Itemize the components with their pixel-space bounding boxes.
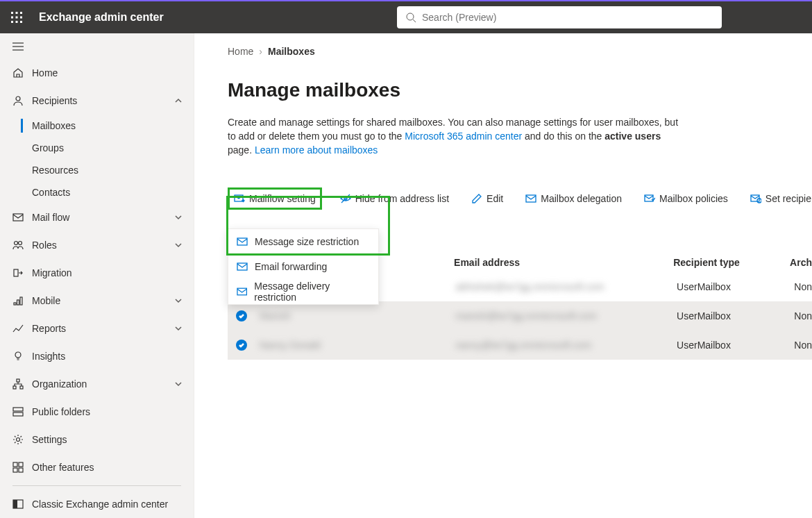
edit-button[interactable]: Edit <box>467 187 507 210</box>
cell-type: UserMailbox <box>677 310 794 321</box>
mailflow-setting-button[interactable]: Mailflow setting <box>228 187 322 210</box>
nav-resources[interactable]: Resources <box>0 159 194 181</box>
hide-from-address-list-button[interactable]: Hide from address list <box>336 187 453 210</box>
dropdown-message-size-restriction[interactable]: Message size restriction <box>228 229 378 254</box>
svg-rect-3 <box>11 17 13 19</box>
nav-insights[interactable]: Insights <box>0 342 194 370</box>
page-title: Manage mailboxes <box>228 79 812 101</box>
link-learn-more[interactable]: Learn more about mailboxes <box>255 144 378 156</box>
cell-email: manish@tw7gg.onmicrosoft.com <box>456 310 677 321</box>
cell-name: Manish <box>255 310 456 321</box>
breadcrumb-separator-icon: › <box>259 46 262 57</box>
table-row[interactable]: Nancy Donald nancy@tw7gg.onmicrosoft.com… <box>228 331 812 360</box>
dropdown-email-forwarding[interactable]: Email forwarding <box>228 254 378 279</box>
search-box[interactable] <box>397 6 722 28</box>
nav-organization[interactable]: Organization <box>0 370 194 398</box>
mailbox-policies-button[interactable]: Mailbox policies <box>640 187 732 210</box>
svg-rect-21 <box>20 297 22 305</box>
mail-icon <box>237 286 247 297</box>
home-icon <box>12 67 32 78</box>
nav-reports[interactable]: Reports <box>0 315 194 342</box>
cell-email: abhishek@tw7gg.onmicrosoft.com <box>456 281 677 292</box>
nav-mobile[interactable]: Mobile <box>0 287 194 315</box>
svg-point-17 <box>19 242 22 245</box>
svg-point-14 <box>16 97 20 101</box>
chevron-down-icon <box>173 214 184 221</box>
svg-rect-26 <box>13 408 23 411</box>
checked-icon[interactable] <box>236 310 247 321</box>
svg-rect-42 <box>237 238 247 245</box>
set-recipient-limit-button[interactable]: Set recipient limit <box>746 187 812 210</box>
cell-type: UserMailbox <box>677 281 794 292</box>
chevron-down-icon <box>173 242 184 249</box>
svg-point-16 <box>15 242 18 245</box>
chevron-down-icon <box>173 325 184 332</box>
person-icon <box>12 95 32 106</box>
svg-point-9 <box>407 13 414 20</box>
mailbox-delegation-button[interactable]: Mailbox delegation <box>521 187 626 210</box>
svg-rect-29 <box>13 462 17 467</box>
folder-icon <box>12 406 32 417</box>
link-m365-admin[interactable]: Microsoft 365 admin center <box>405 131 522 142</box>
breadcrumb-current: Mailboxes <box>268 46 315 57</box>
svg-rect-25 <box>20 386 23 389</box>
svg-line-37 <box>341 194 350 203</box>
mail-icon <box>237 236 248 247</box>
nav-mailboxes[interactable]: Mailboxes <box>0 115 194 137</box>
search-wrap <box>397 6 722 28</box>
svg-line-10 <box>413 19 416 22</box>
svg-point-22 <box>15 352 21 358</box>
nav-contacts[interactable]: Contacts <box>0 181 194 203</box>
svg-rect-15 <box>13 214 23 221</box>
nav-migration[interactable]: Migration <box>0 259 194 287</box>
sidebar: Home Recipients Mailboxes Groups Resourc… <box>0 33 194 518</box>
chevron-down-icon <box>173 381 184 387</box>
nav-recipients[interactable]: Recipients <box>0 87 194 115</box>
table-row[interactable]: Manish manish@tw7gg.onmicrosoft.com User… <box>228 301 812 331</box>
roles-icon <box>12 240 32 251</box>
mail-icon <box>12 212 32 223</box>
app-launcher-icon[interactable] <box>0 1 33 34</box>
svg-rect-27 <box>13 412 23 416</box>
nav-mailflow[interactable]: Mail flow <box>0 203 194 231</box>
breadcrumb-home[interactable]: Home <box>228 46 253 57</box>
cell-type: UserMailbox <box>677 340 794 351</box>
svg-point-28 <box>17 438 20 442</box>
policies-icon <box>644 193 655 204</box>
svg-rect-7 <box>16 21 18 23</box>
svg-rect-31 <box>13 468 17 472</box>
checked-icon[interactable] <box>236 340 247 351</box>
svg-rect-18 <box>14 269 18 276</box>
mail-icon <box>237 261 248 272</box>
svg-rect-1 <box>16 12 18 14</box>
dropdown-message-delivery-restriction[interactable]: Message delivery restriction <box>228 279 378 304</box>
col-header-arch[interactable]: Arch <box>790 257 812 268</box>
col-header-type[interactable]: Recipient type <box>673 257 790 268</box>
search-input[interactable] <box>422 12 713 23</box>
svg-rect-19 <box>14 303 16 305</box>
hide-icon <box>340 193 351 204</box>
nav-roles[interactable]: Roles <box>0 231 194 259</box>
col-header-email[interactable]: Email address <box>454 257 673 268</box>
cell-email: nancy@tw7gg.onmicrosoft.com <box>456 340 677 351</box>
topbar: Exchange admin center <box>0 0 812 33</box>
limit-icon <box>750 193 761 204</box>
chevron-up-icon <box>173 97 184 104</box>
nav-home[interactable]: Home <box>0 59 194 87</box>
search-icon <box>405 12 416 23</box>
nav-classic-eac[interactable]: Classic Exchange admin center <box>0 490 194 518</box>
svg-rect-44 <box>237 288 246 295</box>
svg-rect-6 <box>11 21 13 23</box>
nav-other-features[interactable]: Other features <box>0 453 194 481</box>
nav-settings[interactable]: Settings <box>0 426 194 453</box>
nav-groups[interactable]: Groups <box>0 137 194 159</box>
svg-rect-38 <box>526 195 536 202</box>
svg-rect-20 <box>17 300 19 305</box>
svg-rect-43 <box>237 263 247 270</box>
sidebar-toggle[interactable] <box>0 33 194 59</box>
nav-public-folders[interactable]: Public folders <box>0 398 194 426</box>
reports-icon <box>12 323 32 334</box>
toolbar: Mailflow setting Hide from address list … <box>228 187 812 210</box>
mailflow-dropdown: Message size restriction Email forwardin… <box>228 228 379 305</box>
classic-icon <box>12 499 32 510</box>
